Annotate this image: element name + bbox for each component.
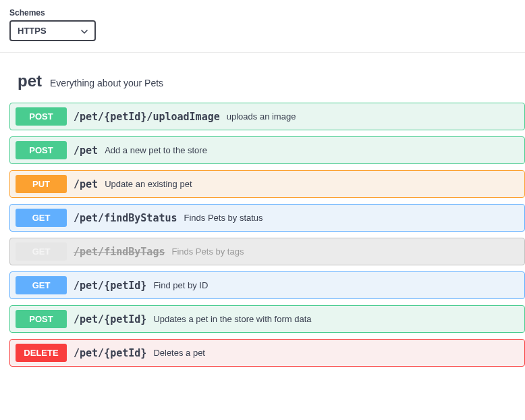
operation-summary: Update an existing pet: [105, 179, 192, 189]
schemes-selected-value: HTTPS: [18, 26, 47, 36]
operation-path: /pet/findByStatus: [74, 212, 177, 224]
operation-row[interactable]: GET/pet/{petId}Find pet by ID: [9, 271, 525, 299]
operation-path: /pet/{petId}: [74, 347, 146, 359]
operation-summary: Finds Pets by status: [184, 213, 263, 223]
operation-row[interactable]: POST/petAdd a new pet to the store: [9, 136, 525, 164]
method-badge: PUT: [16, 175, 67, 193]
operation-row[interactable]: PUT/petUpdate an existing pet: [9, 170, 525, 198]
operation-summary: Deletes a pet: [153, 348, 205, 358]
operations-list: POST/pet/{petId}/uploadImageuploads an i…: [9, 103, 525, 367]
operation-summary: Updates a pet in the store with form dat…: [153, 314, 311, 324]
operation-path: /pet/findByTags: [74, 246, 165, 258]
operation-path: /pet: [74, 145, 98, 157]
schemes-label: Schemes: [9, 8, 516, 18]
method-badge: POST: [16, 310, 67, 328]
operation-summary: Add a new pet to the store: [105, 145, 207, 155]
operation-row[interactable]: GET/pet/findByTagsFinds Pets by tags: [9, 238, 525, 265]
operation-summary: uploads an image: [227, 111, 296, 122]
method-badge: GET: [16, 209, 67, 227]
operation-row[interactable]: GET/pet/findByStatusFinds Pets by status: [9, 204, 525, 232]
method-badge: POST: [16, 107, 67, 126]
tag-section-header[interactable]: pet Everything about your Pets: [18, 72, 525, 90]
operation-path: /pet/{petId}/uploadImage: [74, 111, 220, 123]
method-badge: GET: [16, 276, 67, 294]
schemes-select[interactable]: HTTPS: [9, 20, 96, 41]
chevron-down-icon: [81, 26, 88, 36]
operation-path: /pet: [74, 178, 98, 190]
operation-row[interactable]: DELETE/pet/{petId}Deletes a pet: [9, 339, 525, 367]
operation-row[interactable]: POST/pet/{petId}/uploadImageuploads an i…: [9, 103, 525, 130]
tag-description: Everything about your Pets: [50, 78, 163, 88]
method-badge: GET: [16, 242, 67, 261]
operation-summary: Finds Pets by tags: [171, 246, 244, 257]
method-badge: DELETE: [16, 344, 67, 362]
operation-path: /pet/{petId}: [74, 280, 146, 292]
tag-name: pet: [18, 72, 42, 90]
operation-path: /pet/{petId}: [74, 313, 146, 325]
operation-row[interactable]: POST/pet/{petId}Updates a pet in the sto…: [9, 305, 525, 333]
method-badge: POST: [16, 141, 67, 159]
operation-summary: Find pet by ID: [153, 280, 208, 290]
